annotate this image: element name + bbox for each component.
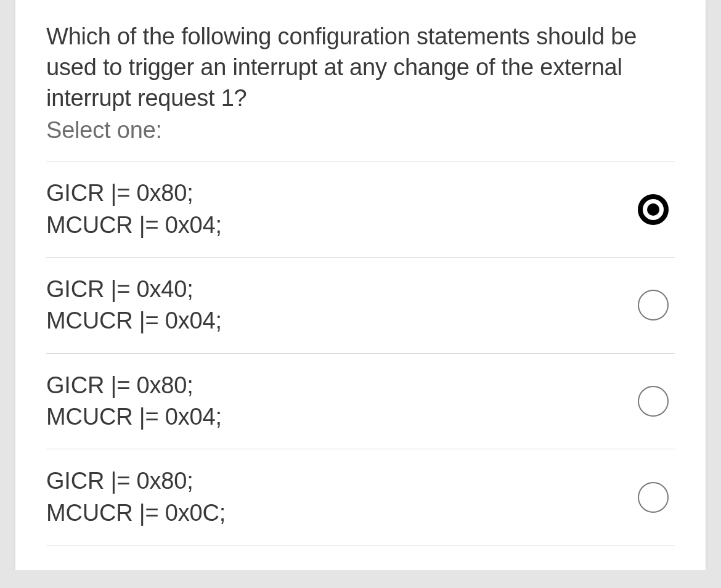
option-line1: GICR |= 0x80; bbox=[46, 465, 226, 497]
select-one-label: Select one: bbox=[46, 117, 675, 144]
option-line2: MCUCR |= 0x04; bbox=[46, 401, 222, 433]
option-line2: MCUCR |= 0x0C; bbox=[46, 497, 226, 529]
radio-selected-icon bbox=[638, 194, 669, 225]
option-row-3[interactable]: GICR |= 0x80; MCUCR |= 0x0C; bbox=[46, 449, 675, 545]
question-card: Which of the following configuration sta… bbox=[15, 0, 706, 570]
option-row-0[interactable]: GICR |= 0x80; MCUCR |= 0x04; bbox=[46, 161, 675, 257]
options-container: GICR |= 0x80; MCUCR |= 0x04; GICR |= 0x4… bbox=[15, 144, 706, 570]
radio-unselected-icon bbox=[638, 482, 669, 513]
option-line2: MCUCR |= 0x04; bbox=[46, 305, 222, 337]
option-row-1[interactable]: GICR |= 0x40; MCUCR |= 0x04; bbox=[46, 257, 675, 353]
question-block: Which of the following configuration sta… bbox=[15, 0, 706, 144]
question-text: Which of the following configuration sta… bbox=[46, 21, 675, 113]
option-line1: GICR |= 0x80; bbox=[46, 370, 222, 401]
radio-button-3[interactable] bbox=[638, 482, 669, 513]
radio-button-1[interactable] bbox=[638, 290, 669, 321]
radio-button-0[interactable] bbox=[638, 194, 669, 225]
radio-button-2[interactable] bbox=[638, 386, 669, 417]
radio-unselected-icon bbox=[638, 386, 669, 417]
option-text: GICR |= 0x40; MCUCR |= 0x04; bbox=[46, 274, 222, 337]
radio-unselected-icon bbox=[638, 290, 669, 321]
option-text: GICR |= 0x80; MCUCR |= 0x04; bbox=[46, 370, 222, 433]
option-line1: GICR |= 0x40; bbox=[46, 274, 222, 305]
option-line2: MCUCR |= 0x04; bbox=[46, 210, 222, 241]
option-row-2[interactable]: GICR |= 0x80; MCUCR |= 0x04; bbox=[46, 353, 675, 449]
option-line1: GICR |= 0x80; bbox=[46, 178, 222, 209]
option-text: GICR |= 0x80; MCUCR |= 0x04; bbox=[46, 178, 222, 241]
option-text: GICR |= 0x80; MCUCR |= 0x0C; bbox=[46, 465, 226, 529]
